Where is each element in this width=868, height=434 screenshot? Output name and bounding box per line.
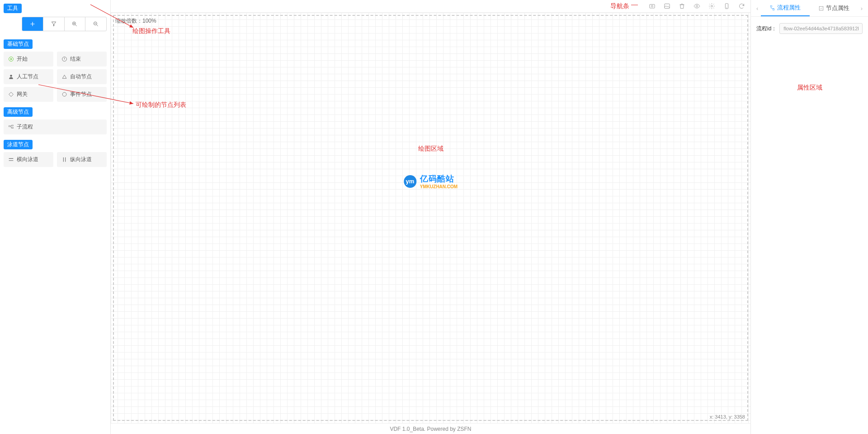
hlane-icon [8, 157, 14, 162]
node-label: 自动节点 [70, 73, 92, 81]
nav-settings-icon[interactable] [708, 3, 715, 10]
power-icon [61, 56, 67, 62]
vlane-icon [61, 157, 67, 162]
annotation-tools: 绘图操作工具 [132, 27, 170, 35]
node-label: 事件节点 [70, 91, 92, 98]
drawing-toolbar [22, 17, 107, 31]
node-icon [818, 5, 824, 11]
svg-rect-15 [665, 4, 670, 9]
properties-tabs: ‹ 流程属性 节点属性 › [751, 0, 868, 17]
node-label: 纵向泳道 [70, 156, 92, 163]
node-palette-item[interactable]: 子流程 [4, 119, 107, 134]
node-label: 开始 [17, 55, 28, 63]
node-palette-item[interactable]: 开始 [4, 52, 53, 67]
node-palette-item[interactable]: 事件节点 [57, 87, 107, 102]
tab-flow-properties[interactable]: 流程属性 [761, 0, 809, 16]
svg-point-16 [696, 5, 698, 7]
annotation-canvas: 绘图区域 [418, 145, 443, 153]
node-palette-item[interactable]: 横向泳道 [4, 152, 53, 167]
nav-delete-icon[interactable] [679, 3, 685, 10]
canvas[interactable]: 缩放倍数：100% 绘图操作工具 可绘制的节点列表 绘图区域 ym 亿码酷站 Y… [111, 13, 750, 423]
annotation-nodes: 可绘制的节点列表 [136, 101, 186, 109]
main-area: 导航条 缩放倍数：100% 绘图操作工具 可绘制的节点列表 绘 [111, 0, 750, 434]
flow-id-input[interactable] [779, 23, 863, 34]
node-label: 横向泳道 [17, 156, 38, 163]
node-label: 子流程 [17, 123, 33, 131]
user-icon [8, 74, 14, 80]
properties-panel: ‹ 流程属性 节点属性 › 流程id： 属性区域 [750, 0, 868, 434]
watermark-logo-icon: ym [404, 175, 416, 188]
node-label: 网关 [17, 91, 28, 98]
diamond-icon [8, 91, 14, 97]
node-palette-item[interactable]: 人工节点 [4, 69, 53, 84]
coordinates: x: 3413, y: 3358 [710, 414, 745, 420]
annotation-nav: 导航条 [610, 2, 629, 10]
nav-image-icon[interactable] [664, 3, 670, 10]
tools-sidebar: 工具 基础节点开始结束人工节点自动节点网关事件节点高级节点子流程泳道节点横向泳道… [0, 0, 111, 434]
svg-point-14 [651, 5, 653, 7]
toolbar-filter-button[interactable] [43, 17, 65, 31]
svg-rect-13 [650, 5, 655, 8]
node-palette-item[interactable]: 自动节点 [57, 69, 107, 84]
svg-point-17 [711, 5, 713, 7]
triangle-icon [61, 74, 67, 80]
flow-icon [769, 5, 775, 11]
tabs-next-arrow-icon[interactable]: › [858, 2, 865, 14]
flow-id-label: 流程id： [756, 25, 777, 33]
zoom-indicator: 缩放倍数：100% [115, 17, 156, 25]
node-palette-item[interactable]: 纵向泳道 [57, 152, 107, 167]
section-header: 基础节点 [4, 39, 33, 49]
node-label: 结束 [70, 55, 81, 63]
subflow-icon [8, 124, 14, 130]
play-icon [8, 56, 14, 62]
nav-mobile-icon[interactable] [723, 3, 730, 10]
sidebar-title: 工具 [4, 4, 22, 13]
node-palette-item[interactable]: 结束 [57, 52, 107, 67]
tabs-prev-arrow-icon[interactable]: ‹ [754, 2, 761, 14]
node-label: 人工节点 [17, 73, 38, 81]
watermark: ym 亿码酷站 YMKUZHAN.COM [404, 173, 458, 189]
circle-icon [61, 91, 67, 97]
footer: VDF 1.0_Beta. Powered by ZSFN [111, 423, 750, 434]
toolbar-zoom-out-button[interactable] [85, 17, 106, 31]
nav-eye-icon[interactable] [693, 3, 700, 10]
nav-bar: 导航条 [111, 0, 750, 13]
annotation-panel: 属性区域 [756, 84, 863, 92]
tab-node-properties[interactable]: 节点属性 [810, 0, 858, 16]
node-palette-item[interactable]: 网关 [4, 87, 53, 102]
nav-refresh-icon[interactable] [738, 3, 745, 10]
toolbar-plus-button[interactable] [22, 17, 43, 31]
nav-screenshot-icon[interactable] [649, 3, 656, 10]
canvas-border [113, 15, 748, 421]
svg-point-19 [726, 8, 727, 8]
toolbar-zoom-in-button[interactable] [65, 17, 86, 31]
section-header: 高级节点 [4, 107, 33, 117]
section-header: 泳道节点 [4, 140, 33, 149]
